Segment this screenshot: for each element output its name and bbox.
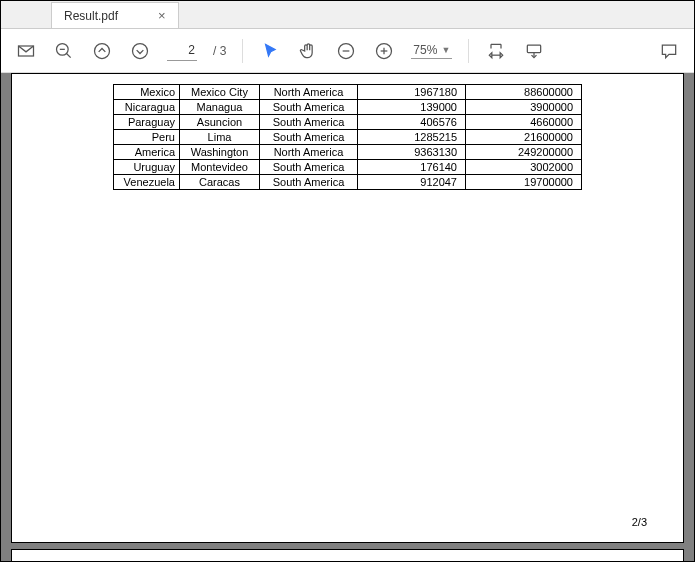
separator: [242, 39, 243, 63]
table-cell: 3900000: [466, 100, 582, 115]
table-row: AmericaWashingtonNorth America9363130249…: [114, 145, 582, 160]
table-cell: 1285215: [358, 130, 466, 145]
table-cell: 1967180: [358, 85, 466, 100]
svg-point-5: [133, 43, 148, 58]
page-up-icon[interactable]: [91, 40, 113, 62]
data-table: MexicoMexico CityNorth America1967180886…: [113, 84, 582, 190]
zoom-out-icon[interactable]: [335, 40, 357, 62]
table-cell: North America: [260, 145, 358, 160]
zoom-in-icon[interactable]: [373, 40, 395, 62]
table-cell: Peru: [114, 130, 180, 145]
fit-width-icon[interactable]: [485, 40, 507, 62]
pdf-page-3: Evaluation Warning : The document was cr…: [11, 549, 684, 561]
table-cell: 406576: [358, 115, 466, 130]
table-cell: Mexico: [114, 85, 180, 100]
table-cell: 88600000: [466, 85, 582, 100]
table-cell: 9363130: [358, 145, 466, 160]
tab-result[interactable]: Result.pdf ×: [51, 2, 179, 28]
chevron-down-icon: ▼: [441, 45, 450, 55]
table-cell: America: [114, 145, 180, 160]
tab-title: Result.pdf: [64, 9, 118, 23]
table-row: UruguayMontevideoSouth America1761403002…: [114, 160, 582, 175]
table-cell: 19700000: [466, 175, 582, 190]
table-cell: 3002000: [466, 160, 582, 175]
hand-icon[interactable]: [297, 40, 319, 62]
separator: [468, 39, 469, 63]
pdf-page-2: MexicoMexico CityNorth America1967180886…: [11, 73, 684, 543]
table-cell: Caracas: [180, 175, 260, 190]
table-cell: South America: [260, 115, 358, 130]
table-cell: 249200000: [466, 145, 582, 160]
table-row: VenezuelaCaracasSouth America91204719700…: [114, 175, 582, 190]
table-cell: 139000: [358, 100, 466, 115]
page-total: / 3: [213, 44, 226, 58]
keyboard-icon[interactable]: [523, 40, 545, 62]
table-row: NicaraguaManaguaSouth America13900039000…: [114, 100, 582, 115]
table-cell: Uruguay: [114, 160, 180, 175]
table-cell: 912047: [358, 175, 466, 190]
table-cell: Venezuela: [114, 175, 180, 190]
table-cell: South America: [260, 100, 358, 115]
tab-bar: Result.pdf ×: [1, 1, 694, 29]
table-cell: 4660000: [466, 115, 582, 130]
comment-icon[interactable]: [658, 40, 680, 62]
select-cursor-icon[interactable]: [259, 40, 281, 62]
pdf-viewer: MexicoMexico CityNorth America1967180886…: [1, 73, 694, 561]
table-row: MexicoMexico CityNorth America1967180886…: [114, 85, 582, 100]
table-cell: 176140: [358, 160, 466, 175]
svg-rect-12: [528, 45, 541, 53]
page-down-icon[interactable]: [129, 40, 151, 62]
toolbar: / 3 75% ▼: [1, 29, 694, 73]
table-cell: South America: [260, 160, 358, 175]
svg-point-4: [95, 43, 110, 58]
page-input[interactable]: [167, 41, 197, 61]
table-cell: Montevideo: [180, 160, 260, 175]
email-icon[interactable]: [15, 40, 37, 62]
table-cell: Paraguay: [114, 115, 180, 130]
zoom-select[interactable]: 75% ▼: [411, 43, 452, 59]
table-cell: Nicaragua: [114, 100, 180, 115]
table-cell: South America: [260, 130, 358, 145]
table-cell: North America: [260, 85, 358, 100]
table-row: PeruLimaSouth America128521521600000: [114, 130, 582, 145]
table-cell: South America: [260, 175, 358, 190]
close-icon[interactable]: ×: [158, 8, 166, 23]
table-row: ParaguayAsuncionSouth America40657646600…: [114, 115, 582, 130]
table-cell: Washington: [180, 145, 260, 160]
svg-line-2: [67, 53, 71, 57]
zoom-out-search-icon[interactable]: [53, 40, 75, 62]
table-cell: 21600000: [466, 130, 582, 145]
table-cell: Managua: [180, 100, 260, 115]
table-cell: Lima: [180, 130, 260, 145]
table-cell: Asuncion: [180, 115, 260, 130]
zoom-value: 75%: [413, 43, 437, 57]
page-footer: 2/3: [632, 516, 647, 528]
table-cell: Mexico City: [180, 85, 260, 100]
